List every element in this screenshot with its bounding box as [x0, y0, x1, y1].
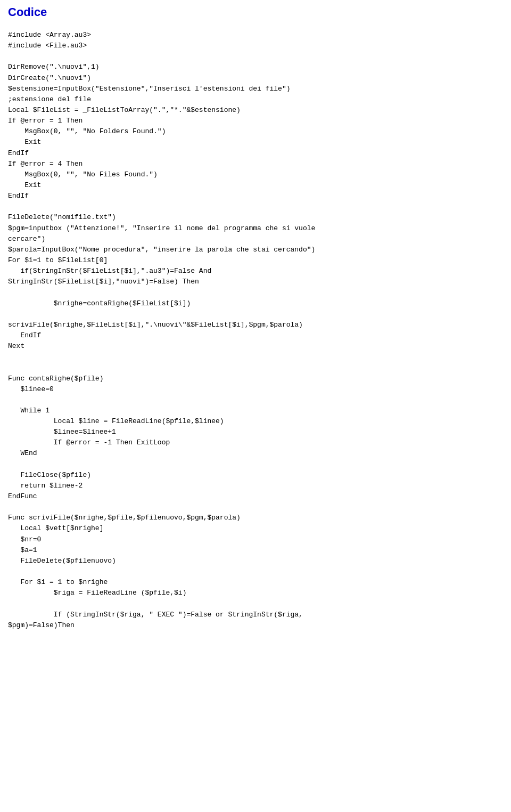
code-content: #include <Array.au3> #include <File.au3>… [8, 30, 503, 631]
page-title: Codice [8, 5, 503, 19]
